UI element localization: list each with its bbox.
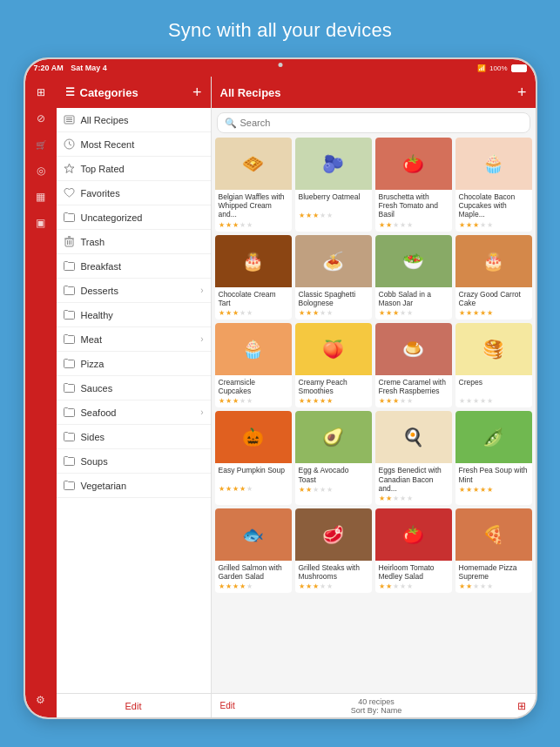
recipes-edit-label[interactable]: Edit bbox=[220, 701, 235, 710]
recipe-title: Bruschetta with Fresh Tomato and Basil bbox=[379, 192, 449, 219]
category-label-trash: Trash bbox=[81, 237, 204, 247]
category-label-healthy: Healthy bbox=[81, 310, 204, 320]
device-frame: 7:20 AM Sat May 4 📶 100% ⊞ ⊘ 🛒 ◎ ▦ ▣ ⚙ bbox=[24, 57, 537, 719]
recipe-title: Homemade Pizza Supreme bbox=[459, 563, 529, 581]
category-item-vegetarian[interactable]: Vegetarian bbox=[57, 474, 211, 498]
category-item-seafood[interactable]: Seafood› bbox=[57, 400, 211, 425]
folder-icon bbox=[64, 382, 76, 394]
recipe-card[interactable]: 🍕Homemade Pizza Supreme★★★★★ bbox=[455, 508, 532, 593]
category-label-pizza: Pizza bbox=[81, 359, 204, 369]
recipe-card[interactable]: 🥑Egg & Avocado Toast★★★★★ bbox=[295, 411, 372, 505]
icon-bar-bowl[interactable]: ◎ bbox=[29, 158, 53, 183]
categories-title: Categories bbox=[80, 86, 138, 99]
recipe-card[interactable]: 🍳Eggs Benedict with Canadian Bacon and..… bbox=[375, 411, 452, 505]
recipes-grid-icon[interactable]: ⊞ bbox=[517, 700, 526, 712]
category-label-vegetarian: Vegetarian bbox=[81, 481, 204, 491]
recipe-card[interactable]: 🍑Creamy Peach Smoothies★★★★★ bbox=[295, 323, 372, 407]
recipe-card[interactable]: 🍝Classic Spaghetti Bolognese★★★★★ bbox=[295, 235, 372, 320]
search-input[interactable] bbox=[240, 118, 523, 128]
icon-bar-cart[interactable]: 🛒 bbox=[29, 132, 53, 157]
recipe-card[interactable]: 🍅Heirloom Tomato Medley Salad★★★★★ bbox=[375, 508, 452, 593]
recipe-image: 🍅 bbox=[375, 508, 452, 561]
recipe-card[interactable]: 🥩Grilled Steaks with Mushrooms★★★★★ bbox=[295, 508, 372, 593]
recipe-image: 🎂 bbox=[455, 235, 532, 287]
recipe-card[interactable]: 🫛Fresh Pea Soup with Mint★★★★★ bbox=[455, 411, 532, 505]
icon-bar-gear[interactable]: ⚙ bbox=[29, 688, 53, 712]
recipe-title: Blueberry Oatmeal bbox=[299, 192, 368, 210]
recipe-image: 🥑 bbox=[295, 411, 372, 463]
recipes-title: All Recipes bbox=[220, 86, 281, 99]
category-label-seafood: Seafood bbox=[81, 407, 196, 418]
icon-bar-book[interactable]: ▦ bbox=[29, 185, 53, 209]
recipe-stars: ★★★★★ bbox=[299, 212, 368, 219]
device-inner: 7:20 AM Sat May 4 📶 100% ⊞ ⊘ 🛒 ◎ ▦ ▣ ⚙ bbox=[25, 59, 536, 717]
recipe-card[interactable]: 🐟Grilled Salmon with Garden Salad★★★★★ bbox=[215, 508, 292, 593]
folder-icon bbox=[64, 285, 76, 297]
category-item-breakfast[interactable]: Breakfast bbox=[57, 254, 211, 279]
hamburger-icon[interactable]: ☰ bbox=[65, 86, 75, 98]
recipe-title: Crepes bbox=[459, 378, 529, 395]
category-item-uncategorized[interactable]: Uncategorized bbox=[57, 205, 211, 230]
recipe-card[interactable]: 🍅Bruschetta with Fresh Tomato and Basil★… bbox=[375, 138, 452, 232]
category-label-sauces: Sauces bbox=[81, 383, 204, 394]
list-icon bbox=[64, 114, 76, 126]
category-arrow-meat: › bbox=[200, 334, 203, 344]
recipes-count-sort: 40 recipes Sort By: Name bbox=[351, 697, 402, 715]
category-item-favorites[interactable]: Favorites bbox=[57, 181, 211, 205]
star-icon bbox=[64, 163, 76, 175]
recipe-card[interactable]: 🧁Creamsicle Cupcakes★★★★★ bbox=[215, 323, 292, 407]
category-item-meat[interactable]: Meat› bbox=[57, 327, 211, 352]
recipe-card[interactable]: 🎂Chocolate Cream Tart★★★★★ bbox=[215, 235, 292, 320]
category-item-sides[interactable]: Sides bbox=[57, 425, 211, 449]
recipe-stars: ★★★★★ bbox=[379, 495, 449, 502]
icon-bar-film[interactable]: ▣ bbox=[29, 211, 53, 235]
categories-footer[interactable]: Edit bbox=[57, 693, 211, 717]
folder-icon bbox=[64, 333, 76, 346]
recipe-card[interactable]: 🎃Easy Pumpkin Soup★★★★★ bbox=[215, 411, 292, 505]
recipe-stars: ★★★★★ bbox=[459, 309, 529, 317]
category-item-pizza[interactable]: Pizza bbox=[57, 352, 211, 376]
recipe-card[interactable]: 🎂Crazy Good Carrot Cake★★★★★ bbox=[455, 235, 532, 320]
category-item-sauces[interactable]: Sauces bbox=[57, 376, 211, 400]
recipe-title: Grilled Steaks with Mushrooms bbox=[299, 563, 368, 581]
recipe-card[interactable]: 🧁Chocolate Bacon Cupcakes with Maple...★… bbox=[455, 138, 532, 232]
recipe-title: Grilled Salmon with Garden Salad bbox=[219, 563, 288, 581]
recipe-card[interactable]: 🧇Belgian Waffles with Whipped Cream and.… bbox=[215, 138, 292, 232]
category-item-most-recent[interactable]: Most Recent bbox=[57, 132, 211, 157]
recipe-stars: ★★★★★ bbox=[299, 397, 368, 405]
categories-list: All RecipesMost RecentTop RatedFavorites… bbox=[57, 108, 211, 693]
category-item-all-recipes[interactable]: All Recipes bbox=[57, 108, 211, 132]
category-label-meat: Meat bbox=[81, 334, 196, 345]
icon-bar-home[interactable]: ⊞ bbox=[29, 80, 53, 104]
search-icon: 🔍 bbox=[225, 118, 237, 129]
recipe-image: 🍳 bbox=[375, 411, 452, 463]
wifi-icon: 📶 bbox=[477, 64, 486, 72]
categories-edit-label[interactable]: Edit bbox=[125, 701, 142, 711]
category-item-soups[interactable]: Soups bbox=[57, 449, 211, 474]
recipe-card[interactable]: 🍮Creme Caramel with Fresh Raspberries★★★… bbox=[375, 323, 452, 407]
recipes-count: 40 recipes bbox=[351, 697, 402, 706]
folder-icon bbox=[64, 455, 76, 468]
category-item-healthy[interactable]: Healthy bbox=[57, 303, 211, 327]
recipe-title: Creme Caramel with Fresh Raspberries bbox=[379, 378, 449, 395]
camera-dot bbox=[278, 63, 282, 67]
recipes-sort[interactable]: Sort By: Name bbox=[351, 706, 402, 715]
recipe-card[interactable]: 🥞Crepes★★★★★ bbox=[455, 323, 532, 407]
recipe-stars: ★★★★★ bbox=[299, 309, 368, 317]
category-label-all-recipes: All Recipes bbox=[81, 115, 204, 125]
category-label-uncategorized: Uncategorized bbox=[81, 212, 204, 223]
category-label-desserts: Desserts bbox=[81, 286, 196, 296]
category-item-desserts[interactable]: Desserts› bbox=[57, 279, 211, 303]
recipe-title: Creamsicle Cupcakes bbox=[219, 378, 288, 395]
category-item-trash[interactable]: Trash bbox=[57, 230, 211, 254]
recipe-title: Chocolate Cream Tart bbox=[219, 290, 288, 307]
recipes-add-button[interactable]: + bbox=[517, 84, 527, 102]
categories-add-button[interactable]: + bbox=[192, 84, 202, 102]
recipe-card[interactable]: 🫐Blueberry Oatmeal★★★★★ bbox=[295, 138, 372, 232]
category-item-top-rated[interactable]: Top Rated bbox=[57, 157, 211, 181]
folder-icon bbox=[64, 358, 76, 370]
icon-bar-block[interactable]: ⊘ bbox=[29, 106, 53, 131]
recipe-card[interactable]: 🥗Cobb Salad in a Mason Jar★★★★★ bbox=[375, 235, 452, 320]
recipe-stars: ★★★★★ bbox=[219, 221, 288, 229]
search-bar[interactable]: 🔍 bbox=[217, 112, 530, 133]
